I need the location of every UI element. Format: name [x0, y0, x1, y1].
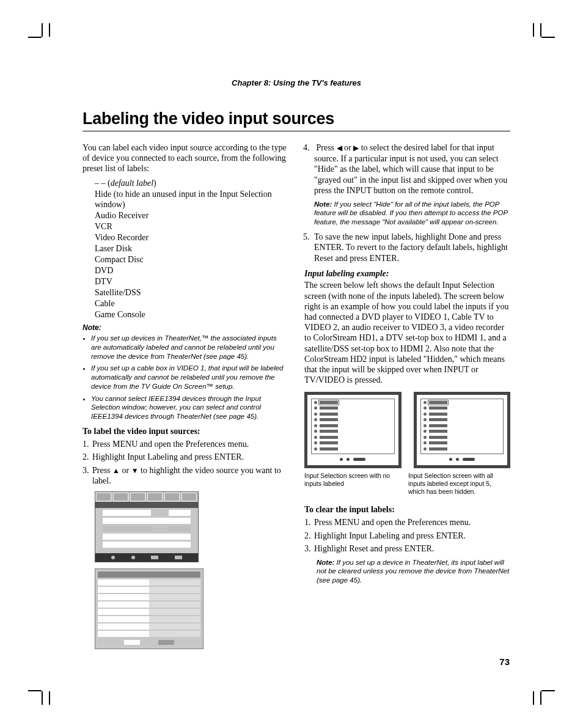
to-clear-heading: To clear the input labels: — [304, 504, 510, 515]
intro-paragraph: You can label each video input source ac… — [82, 142, 288, 174]
note-heading: Note: — [82, 323, 288, 333]
left-arrow-icon: ◀ — [337, 144, 342, 152]
down-arrow-icon: ▼ — [131, 466, 139, 475]
tv-screenshot-row — [304, 392, 510, 468]
step: Press ◀ or ▶ to select the desired label… — [313, 142, 510, 227]
note-bullet: If you set up devices in TheaterNet,™ th… — [91, 334, 288, 361]
step: Highlight Input Labeling and press ENTER… — [313, 531, 510, 542]
note-bullet-list: If you set up devices in TheaterNet,™ th… — [82, 334, 288, 421]
note-label: Note: — [314, 200, 332, 208]
label-steps: Press MENU and open the Preferences menu… — [91, 439, 288, 487]
label-item: DTV — [95, 276, 288, 287]
caption-right: Input Selection screen with all inputs l… — [408, 472, 500, 496]
label-item: Satellite/DSS — [95, 287, 288, 298]
content-area: Chapter 8: Using the TV's features Label… — [82, 78, 510, 654]
label-item: – – (default label) — [95, 178, 288, 189]
step: Highlight Reset and press ENTER. — [313, 543, 510, 554]
step: Highlight Input Labeling and press ENTER… — [91, 452, 288, 463]
note-bullet: You cannot select IEEE1394 devices throu… — [91, 394, 288, 421]
input-selection-screenshot-default-icon — [304, 392, 402, 468]
left-column: You can label each video input source ac… — [82, 142, 288, 654]
page-title: Labeling the video input sources — [82, 109, 510, 128]
label-item: Game Console — [95, 309, 288, 320]
note-label: Note: — [317, 559, 334, 566]
step: To save the new input labels, highlight … — [313, 232, 510, 264]
caption-left: Input Selection screen with no inputs la… — [304, 472, 396, 496]
example-heading: Input labeling example: — [304, 268, 510, 279]
step: Press MENU and open the Preferences menu… — [91, 439, 288, 450]
inline-note: Note: If you select "Hide" for all of th… — [314, 200, 510, 227]
label-item: Video Recorder — [95, 232, 288, 243]
note-bullet: If you set up a cable box in VIDEO 1, th… — [91, 364, 288, 391]
right-arrow-icon: ▶ — [353, 144, 359, 152]
inline-note: Note: If you set up a device in TheaterN… — [317, 558, 510, 585]
label-item: DVD — [95, 265, 288, 276]
input-selection-screenshot-labeled-icon — [414, 392, 511, 468]
note-text: If you select "Hide" for all of the inpu… — [314, 200, 508, 226]
tv-captions: Input Selection screen with no inputs la… — [304, 472, 510, 496]
step: Press ▲ or ▼ to highlight the video sour… — [91, 465, 288, 487]
two-column-layout: You can label each video input source ac… — [82, 142, 510, 654]
preset-label-list: – – (default label) Hide (to hide an unu… — [95, 178, 288, 320]
clear-steps: Press MENU and open the Preferences menu… — [313, 517, 510, 554]
label-item: Laser Disk — [95, 243, 288, 254]
example-paragraph: The screen below left shows the default … — [304, 280, 510, 385]
title-rule — [82, 131, 510, 131]
label-item: Hide (to hide an unused input in the Inp… — [95, 189, 288, 211]
page: Chapter 8: Using the TV's features Label… — [0, 0, 583, 728]
labeling-table-screenshot-icon — [95, 568, 204, 649]
menu-screenshot-icon — [95, 491, 199, 562]
label-item: Cable — [95, 298, 288, 309]
label-item: VCR — [95, 221, 288, 232]
right-column: Press ◀ or ▶ to select the desired label… — [304, 142, 510, 654]
label-item: Audio Receiver — [95, 210, 288, 221]
label-item: Compact Disc — [95, 254, 288, 265]
up-arrow-icon: ▲ — [112, 466, 120, 475]
page-number: 73 — [499, 656, 510, 667]
to-label-heading: To label the video input sources: — [82, 426, 288, 436]
step: Press MENU and open the Preferences menu… — [313, 517, 510, 528]
chapter-heading: Chapter 8: Using the TV's features — [82, 78, 510, 87]
label-steps-continued: Press ◀ or ▶ to select the desired label… — [313, 142, 510, 263]
note-text: If you set up a device in TheaterNet, it… — [317, 559, 509, 584]
